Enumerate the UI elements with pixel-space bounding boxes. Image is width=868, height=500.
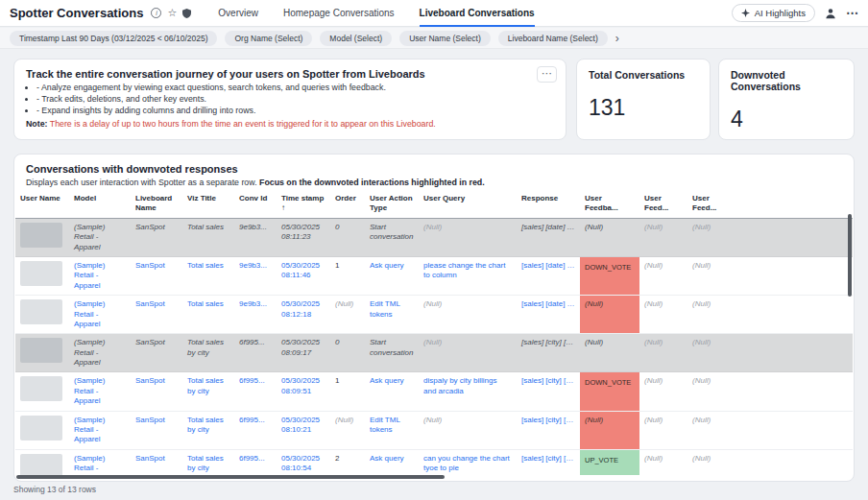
redacted-user-name xyxy=(20,223,62,248)
table-cell[interactable]: Ask query xyxy=(365,372,419,411)
column-header-time-stamp[interactable]: Time stamp ↑ xyxy=(277,190,330,218)
filters-more-chevron-icon[interactable]: › xyxy=(615,33,619,44)
kpi-value: 4 xyxy=(731,107,842,132)
column-header-user-action-type[interactable]: User Action Type xyxy=(365,190,419,218)
insight-card-more-icon[interactable]: ⋯ xyxy=(537,66,557,83)
table-cell[interactable]: SanSpot xyxy=(131,256,182,295)
table-row: (Sample) Retail - ApparelSanSpotTotal sa… xyxy=(15,218,853,256)
user-name-cell xyxy=(15,372,69,411)
filter-chip-timestamp[interactable]: Timestamp Last 90 Days (03/12/2025 < 06/… xyxy=(10,31,217,46)
table-cell[interactable]: please change the chart to column xyxy=(419,256,517,295)
column-header-liveboard-name[interactable]: Liveboard Name xyxy=(131,190,182,218)
filter-chip-org-name[interactable]: Org Name (Select) xyxy=(225,31,312,46)
column-header-user-feed[interactable]: User Feed... xyxy=(687,190,735,218)
sort-asc-icon[interactable]: ↑ xyxy=(281,203,285,212)
table-row: (Sample) Retail - ApparelSanSpotTotal sa… xyxy=(15,256,853,295)
insight-note: Note: There is a delay of up to two hour… xyxy=(26,119,554,130)
table-cell[interactable]: 05/30/2025 08:12:18 xyxy=(277,296,330,334)
filter-chip-liveboard-name[interactable]: Liveboard Name (Select) xyxy=(498,31,608,46)
table-cell[interactable]: SanSpot xyxy=(131,296,182,334)
filler-cell xyxy=(735,411,853,449)
table-cell: Total sales by city xyxy=(182,334,234,372)
table-cell: (Null) xyxy=(419,411,517,449)
table-cell: 1 xyxy=(330,256,365,295)
table-cell[interactable]: (Sample) Retail - Apparel xyxy=(69,411,131,449)
table-cell[interactable]: Total sales xyxy=(182,256,234,295)
ai-highlights-button[interactable]: AI Highlights xyxy=(732,4,815,22)
insight-title: Track the entire conversation journey of… xyxy=(26,68,554,80)
table-cell[interactable]: SanSpot xyxy=(131,411,182,449)
filler-cell xyxy=(735,256,853,295)
filter-chip-model[interactable]: Model (Select) xyxy=(320,31,392,46)
table-cell[interactable]: SanSpot xyxy=(131,449,182,475)
column-header-conv-id[interactable]: Conv Id xyxy=(234,190,277,218)
info-icon[interactable]: i xyxy=(151,8,161,18)
table-cell[interactable]: Ask query xyxy=(365,449,419,475)
table-cell[interactable]: Edit TML tokens xyxy=(365,296,419,334)
column-header-model[interactable]: Model xyxy=(69,190,131,218)
conversations-table-card: Conversations with downvoted responses D… xyxy=(13,154,855,482)
table-cell[interactable]: 6f995... xyxy=(234,411,277,449)
table-cell: (Null) xyxy=(687,411,735,449)
table-cell[interactable]: dispaly by city billings and arcadia xyxy=(419,372,517,411)
filter-chip-user-name[interactable]: User Name (Select) xyxy=(399,31,491,46)
table-cell: DOWN_VOTE xyxy=(580,256,639,295)
table-cell[interactable]: [sales] [city] [date... xyxy=(517,411,580,449)
table-cell[interactable]: 05/30/2025 08:09:51 xyxy=(277,372,330,411)
tab-overview[interactable]: Overview xyxy=(218,0,258,27)
column-header-user-feedba[interactable]: User Feedba... xyxy=(580,190,639,218)
table-cell[interactable]: SanSpot xyxy=(131,372,182,411)
table-cell: 9e9b3... xyxy=(234,218,277,256)
shield-icon[interactable] xyxy=(182,9,191,18)
table-cell[interactable]: Total sales by city xyxy=(182,449,234,475)
user-name-cell xyxy=(15,256,69,295)
table-cell[interactable]: 9e9b3... xyxy=(234,296,277,334)
table-cell[interactable]: can you change the chart tyoe to pie xyxy=(419,449,517,475)
column-header-user-feed[interactable]: User Feed... xyxy=(639,190,687,218)
table-cell[interactable]: Total sales by city xyxy=(182,372,234,411)
table-cell: (Null) xyxy=(580,411,639,449)
table-cell[interactable]: 6f995... xyxy=(234,372,277,411)
table-cell[interactable]: [sales] [city] [date... xyxy=(517,372,580,411)
column-header-user-name[interactable]: User Name xyxy=(15,190,69,218)
column-header-viz-title[interactable]: Viz Title xyxy=(182,190,234,218)
kpi-title: Downvoted Conversations xyxy=(731,69,842,92)
vertical-scrollbar[interactable] xyxy=(848,214,852,297)
column-header-user-query[interactable]: User Query xyxy=(419,190,517,218)
table-cell: 0 xyxy=(330,218,365,256)
top-bar-left: Spotter Conversations i ☆ Overview Homep… xyxy=(10,0,535,27)
horizontal-scrollbar[interactable] xyxy=(16,475,445,479)
table-cell: (Sample) Retail - Apparel xyxy=(69,218,131,256)
table-cell: Start conversation xyxy=(365,334,419,372)
table-cell[interactable]: (Sample) Retail - Apparel xyxy=(69,449,131,475)
table-cell: 1 xyxy=(330,372,365,411)
insight-bullet: - Expand insights by adding columns and … xyxy=(36,106,554,117)
star-icon[interactable]: ☆ xyxy=(167,8,177,18)
table-cell[interactable]: [sales] [city] [date... xyxy=(517,449,580,475)
table-cell[interactable]: (Sample) Retail - Apparel xyxy=(69,256,131,295)
column-header-order[interactable]: Order xyxy=(330,190,365,218)
insight-bullet: - Analyze engagement by viewing exact qu… xyxy=(36,83,554,94)
table-cell[interactable]: (Sample) Retail - Apparel xyxy=(69,296,131,334)
insight-bullet: - Track edits, deletions, and other key … xyxy=(36,94,554,106)
table-cell[interactable]: 05/30/2025 08:10:54 xyxy=(277,449,330,475)
column-header-response[interactable]: Response xyxy=(517,190,580,218)
table-cell[interactable]: 05/30/2025 08:11:46 xyxy=(277,256,330,295)
table-cell[interactable]: 9e9b3... xyxy=(234,256,277,295)
tab-homepage-conversations[interactable]: Homepage Conversations xyxy=(283,0,395,27)
table-cell[interactable]: Edit TML tokens xyxy=(365,411,419,449)
table-cell: [sales] [city] [date... xyxy=(517,334,580,372)
table-cell[interactable]: 05/30/2025 08:10:21 xyxy=(277,411,330,449)
table-cell[interactable]: Ask query xyxy=(365,256,419,295)
table-cell[interactable]: Total sales by city xyxy=(182,411,234,449)
table-cell[interactable]: [sales] [date] = 'la... xyxy=(517,256,580,295)
more-menu-icon[interactable]: ⋯ xyxy=(846,7,858,19)
person-icon[interactable] xyxy=(825,8,836,19)
rows-count-footer: Showing 13 of 13 rows xyxy=(13,485,96,494)
table-cell[interactable]: [sales] [date] = 'la... xyxy=(517,296,580,334)
tab-liveboard-conversations[interactable]: Liveboard Conversations xyxy=(420,0,535,27)
redacted-user-name xyxy=(20,299,62,324)
table-cell[interactable]: Total sales xyxy=(182,296,234,334)
table-cell[interactable]: (Sample) Retail - Apparel xyxy=(69,372,131,411)
table-cell[interactable]: 6f995... xyxy=(234,449,277,475)
